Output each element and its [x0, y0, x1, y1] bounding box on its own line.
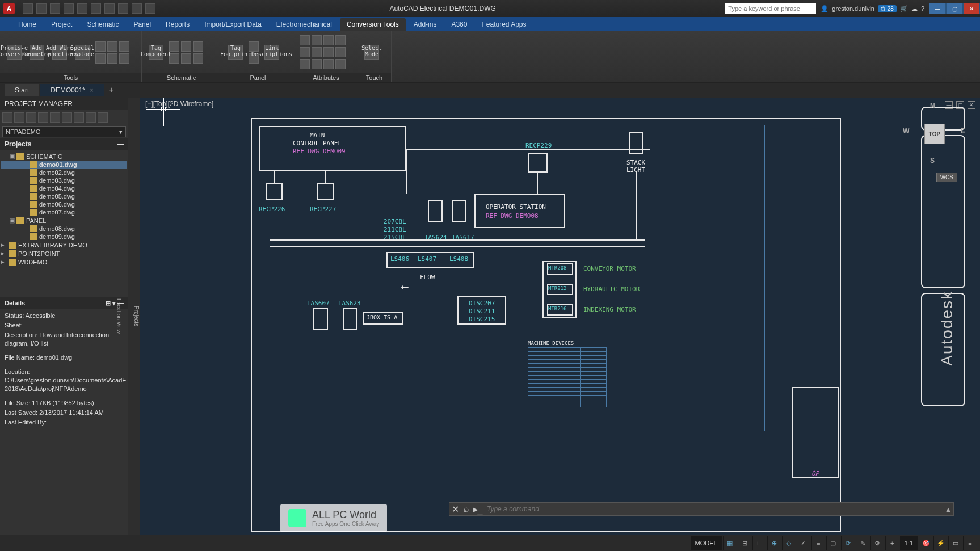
tool-small-2[interactable] [107, 41, 117, 52]
doc-tab-start[interactable]: Start [5, 84, 39, 96]
pm-help-icon[interactable] [98, 112, 108, 123]
tree-point2point[interactable]: ▸POINT2POINT [1, 249, 127, 258]
command-line[interactable]: ✕ ⌕ ▸_ ▴ [449, 502, 954, 516]
tab-project[interactable]: Project [44, 18, 79, 31]
tree-panel[interactable]: ▣PANEL [1, 216, 127, 225]
minimize-button[interactable]: — [929, 3, 946, 14]
pm-prev-icon[interactable] [38, 112, 48, 123]
tab-a360[interactable]: A360 [444, 18, 474, 31]
exchange-icon[interactable]: 🛒 [900, 5, 908, 12]
tab-addins[interactable]: Add-ins [407, 18, 444, 31]
lineweight-icon[interactable]: ≡ [811, 536, 825, 550]
qat-more-icon[interactable] [145, 3, 155, 14]
attr-s9[interactable] [300, 59, 310, 69]
doc-tab-demo001[interactable]: DEMO001*× [40, 84, 104, 96]
attr-s4[interactable] [335, 35, 346, 45]
tab-reports[interactable]: Reports [159, 18, 196, 31]
tree-extra-library[interactable]: ▸EXTRA LIBRARY DEMO [1, 241, 127, 249]
close-button[interactable]: ✕ [963, 3, 980, 14]
help-icon[interactable]: ? [921, 5, 924, 12]
doc-tab-close-icon[interactable]: × [90, 86, 94, 94]
selection-cycling-icon[interactable]: ⟳ [841, 536, 855, 550]
qat-open-icon[interactable] [36, 3, 47, 14]
attr-s1[interactable] [300, 35, 310, 45]
tree-schematic[interactable]: ▣SCHEMATIC [1, 152, 127, 161]
a360-icon[interactable]: ☁ [911, 5, 918, 12]
attr-s8[interactable] [335, 47, 346, 57]
signin-icon[interactable]: 👤 [821, 5, 828, 12]
command-input[interactable] [483, 505, 943, 513]
tag-component-button[interactable]: Tag Component [146, 44, 166, 61]
tree-file-demo03[interactable]: demo03.dwg [1, 176, 127, 184]
tab-panel[interactable]: Panel [127, 18, 158, 31]
promise-conversion-button[interactable]: Promis-e Conversion [5, 44, 24, 61]
attr-s7[interactable] [323, 47, 334, 57]
doc-tab-new-button[interactable]: + [105, 84, 117, 96]
tree-file-demo06[interactable]: demo06.dwg [1, 200, 127, 208]
isolate-icon[interactable]: 🎯 [919, 536, 932, 550]
anno-scale-button[interactable]: 1:1 [900, 536, 918, 550]
viewcube-e[interactable]: E [961, 127, 965, 135]
viewcube[interactable]: N S W E TOP [903, 102, 965, 165]
app-icon[interactable]: A [3, 3, 15, 14]
pm-open-icon[interactable] [14, 112, 24, 123]
tree-file-demo09[interactable]: demo09.dwg [1, 233, 127, 241]
schem-s6[interactable] [193, 53, 203, 64]
pm-next-icon[interactable] [50, 112, 60, 123]
qat-redo-icon[interactable] [91, 3, 101, 14]
attr-s10[interactable] [312, 59, 322, 69]
locview-location-tab[interactable]: Location View [116, 298, 122, 334]
schem-s3[interactable] [193, 41, 203, 52]
tree-file-demo07[interactable]: demo07.dwg [1, 208, 127, 216]
qat-save-icon[interactable] [50, 3, 60, 14]
viewcube-n[interactable]: N [930, 102, 935, 110]
link-descriptions-button[interactable]: Link Descriptions [262, 44, 281, 61]
tab-home[interactable]: Home [11, 18, 43, 31]
help-search-input[interactable] [725, 3, 816, 14]
tree-file-demo02[interactable]: demo02.dwg [1, 169, 127, 176]
tree-wddemo[interactable]: ▸WDDEMO [1, 258, 127, 266]
clean-screen-icon[interactable]: ▭ [948, 536, 962, 550]
polar-icon[interactable]: ⊕ [767, 536, 781, 550]
tree-file-demo05[interactable]: demo05.dwg [1, 192, 127, 200]
tab-import-export[interactable]: Import/Export Data [197, 18, 268, 31]
add-wire-connections-button[interactable]: Add Wire Connections [50, 44, 69, 61]
attr-s5[interactable] [300, 47, 310, 57]
grid-icon[interactable]: ▦ [723, 536, 737, 550]
otrack-icon[interactable]: ∠ [797, 536, 810, 550]
tab-conversion-tools[interactable]: Conversion Tools [340, 18, 406, 31]
qat-next-icon[interactable] [132, 3, 142, 14]
pm-settings-icon[interactable] [86, 112, 96, 123]
tool-small-3[interactable] [119, 41, 129, 52]
customize-icon[interactable]: ≡ [963, 536, 977, 550]
transparency-icon[interactable]: ▢ [826, 536, 840, 550]
viewcube-w[interactable]: W [903, 127, 909, 135]
model-space-button[interactable]: MODEL [691, 536, 722, 550]
pm-new-icon[interactable] [2, 112, 12, 123]
qat-new-icon[interactable] [23, 3, 33, 14]
schem-s2[interactable] [181, 41, 191, 52]
pm-plot-icon[interactable] [62, 112, 72, 123]
attr-s6[interactable] [312, 47, 322, 57]
annotation-monitor-icon[interactable]: + [885, 536, 899, 550]
workspace-icon[interactable]: ⚙ [870, 536, 884, 550]
tool-small-5[interactable] [107, 53, 117, 64]
tool-small-1[interactable] [95, 41, 106, 52]
project-tree[interactable]: ▣SCHEMATIC demo01.dwg demo02.dwg demo03.… [0, 150, 128, 297]
cmdline-history-icon[interactable]: ⌕ [461, 504, 472, 514]
locview-projects-tab[interactable]: Projects [133, 306, 140, 326]
attr-s3[interactable] [323, 35, 334, 45]
annotation-icon[interactable]: ✎ [856, 536, 869, 550]
restore-button[interactable]: ▢ [946, 3, 963, 14]
tab-electromechanical[interactable]: Electromechanical [270, 18, 339, 31]
attr-s11[interactable] [323, 59, 334, 69]
locview-tabs[interactable]: Projects Location View [128, 98, 140, 535]
attr-s2[interactable] [312, 35, 322, 45]
tab-schematic[interactable]: Schematic [80, 18, 125, 31]
wcs-badge[interactable]: WCS [936, 173, 957, 182]
qat-plot-icon[interactable] [104, 3, 115, 14]
viewport-controls[interactable]: [−][Top][2D Wireframe] [145, 100, 213, 108]
schem-s5[interactable] [181, 53, 191, 64]
notification-badge[interactable]: ⏣ 28 [878, 5, 897, 12]
vp-close-icon[interactable]: ✕ [968, 101, 975, 109]
